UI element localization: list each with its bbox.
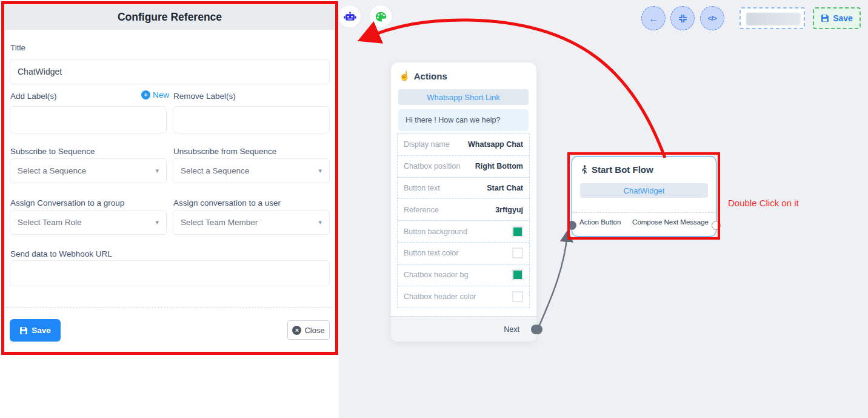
fit-view-button[interactable]	[670, 6, 695, 30]
node-title: Start Bot Flow	[581, 164, 653, 175]
node-title-text: Start Bot Flow	[592, 164, 653, 175]
flow-connector-edge	[538, 233, 567, 329]
save-button-label: Save	[32, 326, 51, 335]
node-reference-button[interactable]: ChatWidget	[580, 183, 708, 198]
new-label-link[interactable]: + New	[141, 90, 169, 99]
floppy-icon	[19, 326, 28, 335]
row-button-text-color[interactable]: Button text color	[398, 243, 529, 265]
webhook-label: Send data to Webhook URL	[10, 249, 112, 258]
new-link-text: New	[153, 90, 169, 99]
code-icon: </>	[708, 15, 716, 22]
divider	[6, 308, 332, 308]
add-labels-input[interactable]	[10, 106, 167, 133]
walking-person-icon	[581, 165, 588, 175]
color-swatch[interactable]	[512, 226, 523, 237]
redacted-text	[746, 13, 801, 25]
code-view-button[interactable]: </>	[700, 6, 724, 30]
row-label: Chatbox position	[404, 162, 460, 170]
team-member-select[interactable]: Select Team Member ▾	[173, 210, 330, 235]
row-label: Button text color	[404, 249, 458, 257]
plus-icon: +	[141, 90, 150, 99]
close-button-label: Close	[304, 326, 324, 335]
start-bot-flow-node[interactable]: Start Bot Flow ChatWidget Action Button …	[572, 156, 716, 237]
input-handle[interactable]	[567, 221, 576, 230]
row-display-name[interactable]: Display name Whatsapp Chat	[398, 134, 529, 156]
remove-labels-label: Remove Label(s)	[173, 92, 236, 101]
chevron-down-icon: ▾	[155, 218, 159, 226]
row-button-text[interactable]: Button text Start Chat	[398, 178, 529, 200]
panel-title: Configure Reference	[5, 5, 335, 30]
row-value: 3rftgyuj	[495, 206, 523, 214]
title-input[interactable]	[10, 59, 330, 84]
close-icon: ×	[292, 326, 301, 335]
back-button[interactable]: ←	[641, 6, 666, 30]
subscribe-select[interactable]: Select a Sequence ▾	[10, 158, 167, 183]
flow-save-label: Save	[833, 13, 853, 23]
next-connector-handle[interactable]	[531, 325, 541, 334]
action-button-port-label: Action Button	[579, 218, 621, 226]
add-labels-label: Add Label(s)	[10, 92, 57, 101]
left-arrow-icon: ←	[649, 13, 658, 24]
row-button-background[interactable]: Button background	[398, 221, 529, 243]
double-click-annotation: Double Click on it	[728, 198, 799, 208]
webhook-input[interactable]	[10, 260, 330, 286]
unsubscribe-label: Unsubscribe from Sequence	[173, 147, 276, 156]
row-value: Right Bottom	[475, 162, 523, 170]
row-chatbox-header-bg[interactable]: Chatbox header bg	[398, 265, 529, 286]
configure-reference-panel: Configure Reference Title Add Label(s) +…	[0, 0, 339, 418]
team-role-select[interactable]: Select Team Role ▾	[10, 210, 167, 235]
row-label: Display name	[404, 140, 450, 149]
actions-card-footer: Next	[391, 316, 536, 342]
theme-icon-button[interactable]	[369, 5, 392, 28]
actions-card-title: ☝ Actions	[399, 70, 447, 81]
output-handle[interactable]	[712, 221, 721, 230]
row-chatbox-position[interactable]: Chatbox position Right Bottom	[398, 156, 529, 178]
config-rows: Display name Whatsapp Chat Chatbox posit…	[397, 133, 530, 308]
flow-name-input[interactable]	[739, 7, 805, 29]
color-swatch[interactable]	[512, 291, 523, 302]
row-label: Button background	[404, 228, 467, 236]
robot-icon	[344, 12, 356, 22]
subscribe-label: Subscribe to Sequence	[10, 147, 95, 156]
flow-builder-screen: Configure Reference Title Add Label(s) +…	[0, 0, 868, 418]
flow-save-button[interactable]: Save	[813, 7, 861, 29]
unsubscribe-select[interactable]: Select a Sequence ▾	[173, 158, 330, 183]
assign-group-label: Assign Conversation to a group	[10, 198, 124, 207]
subscribe-select-value: Select a Sequence	[18, 166, 86, 175]
chevron-down-icon: ▾	[318, 218, 322, 226]
row-reference[interactable]: Reference 3rftgyuj	[398, 199, 529, 221]
compose-next-message-port-label: Compose Next Message	[632, 218, 709, 226]
greeting-message: Hi there ! How can we help?	[398, 109, 529, 131]
row-label: Chatbox header color	[404, 292, 476, 301]
floppy-icon	[821, 14, 829, 22]
color-swatch[interactable]	[512, 269, 523, 280]
actions-title-text: Actions	[414, 71, 447, 81]
row-value: Whatsapp Chat	[468, 140, 523, 149]
team-member-select-value: Select Team Member	[181, 218, 258, 227]
chevron-down-icon: ▾	[318, 167, 322, 175]
actions-card: ☝ Actions Whatsapp Short Link Hi there !…	[391, 62, 536, 342]
close-button[interactable]: × Close	[287, 320, 330, 340]
row-label: Button text	[404, 184, 440, 192]
node-ports: Action Button Compose Next Message	[572, 218, 716, 226]
color-swatch[interactable]	[512, 248, 523, 258]
remove-labels-input[interactable]	[173, 106, 330, 133]
team-role-select-value: Select Team Role	[18, 218, 82, 227]
assign-user-label: Assign conversation to a user	[173, 198, 281, 207]
chevron-down-icon: ▾	[155, 167, 159, 175]
unsubscribe-select-value: Select a Sequence	[181, 166, 249, 175]
bot-icon-button[interactable]	[338, 5, 361, 28]
row-label: Chatbox header bg	[404, 271, 468, 279]
row-value: Start Chat	[487, 184, 523, 192]
palette-icon	[375, 12, 387, 22]
row-chatbox-header-color[interactable]: Chatbox header color	[398, 286, 529, 308]
save-button[interactable]: Save	[10, 319, 61, 342]
next-label: Next	[504, 325, 519, 334]
divider	[572, 212, 716, 213]
whatsapp-short-link-button[interactable]: Whatsapp Short Link	[398, 89, 529, 105]
compress-icon	[678, 14, 687, 23]
row-label: Reference	[404, 206, 439, 214]
title-label: Title	[10, 43, 25, 52]
hand-pointer-icon: ☝	[399, 70, 410, 81]
